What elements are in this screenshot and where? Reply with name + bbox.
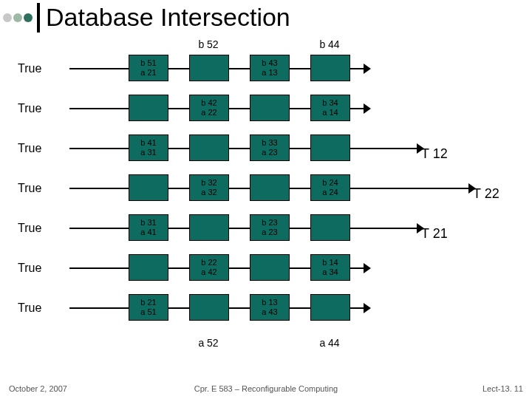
cell-blank	[250, 174, 290, 201]
page-title: Database Intersection	[46, 3, 290, 32]
cell-blank	[189, 134, 229, 161]
cell-line1: b 42	[190, 98, 228, 108]
cell-blank	[250, 254, 290, 281]
row-label: True	[18, 142, 41, 155]
arrowhead-icon	[364, 303, 371, 313]
cell-blank	[189, 214, 229, 241]
t-label-22: T 22	[473, 186, 499, 202]
pipeline-row: Trueb 51a 21b 43a 13	[18, 52, 505, 92]
cell: b 21a 51	[129, 294, 168, 321]
cell-blank	[189, 294, 229, 321]
row-label: True	[18, 301, 41, 315]
cell: b 51a 21	[129, 55, 168, 81]
cell: b 31a 41	[129, 214, 168, 241]
cell-line1: b 13	[250, 298, 289, 307]
col-label-bottom-1: a 52	[189, 337, 228, 349]
cell-blank	[310, 214, 350, 241]
col-label-top-1: b 52	[189, 38, 228, 50]
cell-line2: a 32	[190, 188, 228, 197]
cell-line1: b 33	[250, 138, 289, 148]
row-label: True	[18, 102, 41, 115]
cell-line2: a 23	[250, 148, 289, 157]
cell: b 24a 24	[310, 174, 350, 201]
pipeline-row: Trueb 32a 32b 24a 24	[18, 171, 505, 211]
cell: b 43a 13	[250, 55, 290, 81]
cell-line1: b 32	[190, 178, 228, 188]
dot-icon	[24, 13, 33, 22]
cell-line1: b 23	[250, 218, 289, 228]
row-label: True	[18, 262, 41, 275]
cell-line2: a 13	[250, 68, 289, 78]
diagram: b 52 b 44 Trueb 51a 21b 43a 13Trueb 42a …	[18, 52, 505, 331]
cell: b 23a 23	[250, 214, 290, 241]
cell-blank	[189, 55, 229, 81]
cell-line2: a 42	[190, 267, 228, 277]
cell-line2: a 14	[311, 108, 349, 117]
col-label-bottom-2: a 44	[310, 337, 349, 349]
cell-line2: a 24	[311, 188, 349, 197]
arrowhead-icon	[364, 263, 371, 273]
cell: b 33a 23	[250, 134, 290, 161]
cell-line2: a 43	[250, 307, 289, 317]
cell: b 41a 31	[129, 134, 168, 161]
t-label-21: T 21	[421, 226, 448, 242]
arrow-line	[69, 148, 417, 149]
cell: b 42a 22	[189, 95, 229, 121]
cell: b 34a 14	[310, 95, 350, 121]
row-label: True	[18, 62, 41, 75]
cell-line1: b 43	[250, 58, 289, 68]
row-label: True	[18, 222, 41, 235]
slide: Database Intersection b 52 b 44 Trueb 51…	[0, 0, 532, 399]
cell: b 32a 32	[189, 174, 229, 201]
dot-icon	[13, 13, 22, 22]
cell-blank	[129, 174, 168, 201]
row-label: True	[18, 182, 41, 195]
cell: b 22a 42	[189, 254, 229, 281]
cell-line2: a 23	[250, 228, 289, 237]
cell-blank	[250, 95, 290, 121]
cell-line1: b 14	[311, 258, 349, 267]
cell-line2: a 51	[129, 307, 168, 317]
vertical-bar-icon	[37, 3, 40, 33]
cell-line1: b 21	[129, 298, 168, 307]
cell-blank	[129, 254, 168, 281]
cell-line2: a 41	[129, 228, 168, 237]
footer-course: Cpr. E 583 – Reconfigurable Computing	[0, 384, 532, 393]
cell: b 13a 43	[250, 294, 290, 321]
pipeline-row: Trueb 42a 22b 34a 14	[18, 92, 505, 132]
accent-dots	[3, 13, 33, 22]
cell-blank	[310, 55, 350, 81]
pipeline-row: Trueb 21a 51b 13a 43	[18, 291, 505, 331]
cell-blank	[310, 294, 350, 321]
t-label-12: T 12	[421, 146, 448, 162]
arrowhead-icon	[364, 103, 371, 114]
col-label-top-2: b 44	[310, 38, 349, 50]
cell-line1: b 41	[129, 138, 168, 148]
cell-line1: b 34	[311, 98, 349, 108]
cell-line1: b 31	[129, 218, 168, 228]
cell-blank	[129, 95, 168, 121]
cell-line1: b 22	[190, 258, 228, 267]
cell: b 14a 34	[310, 254, 350, 281]
cell-line2: a 31	[129, 148, 168, 157]
arrowhead-icon	[364, 64, 371, 74]
cell-line2: a 22	[190, 108, 228, 117]
cell-line2: a 21	[129, 68, 168, 78]
cell-line2: a 34	[311, 267, 349, 277]
cell-line1: b 51	[129, 58, 168, 68]
cell-blank	[310, 134, 350, 161]
accent-strip	[0, 3, 40, 33]
dot-icon	[3, 13, 12, 22]
footer-page: Lect-13. 11	[482, 384, 523, 393]
pipeline-row: Trueb 22a 42b 14a 34	[18, 251, 505, 291]
arrow-line	[69, 228, 417, 229]
cell-line1: b 24	[311, 178, 349, 188]
